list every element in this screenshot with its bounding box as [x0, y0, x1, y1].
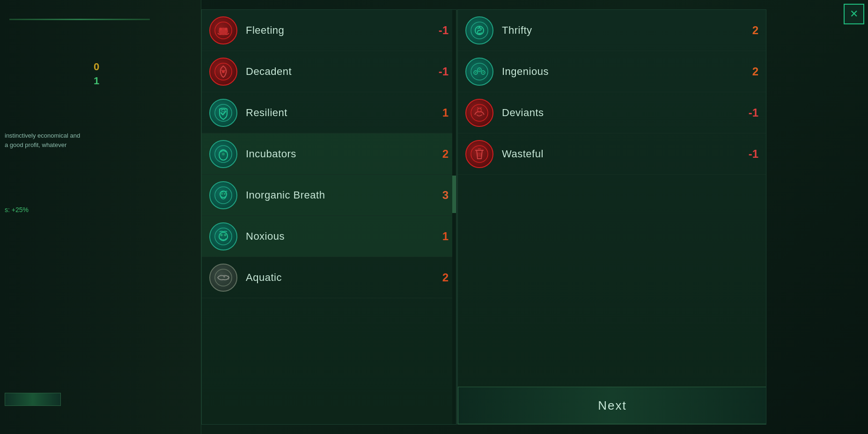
trait-row-incubators[interactable]: Incubators 2: [202, 133, 456, 175]
trait-row-deviants[interactable]: Deviants -1: [458, 92, 766, 133]
resilient-name: Resilient: [246, 107, 430, 119]
trait-row-fleeting[interactable]: Fleeting -1: [202, 10, 456, 51]
ingenious-icon: [465, 58, 493, 86]
wasteful-name: Wasteful: [502, 148, 740, 160]
svg-point-11: [215, 187, 232, 204]
svg-point-3: [225, 28, 228, 30]
svg-point-18: [224, 234, 227, 236]
traits-list-left: Fleeting -1 Decadent -1: [201, 9, 456, 425]
thrifty-value: 2: [740, 24, 758, 37]
next-button-label: Next: [598, 398, 626, 413]
noxious-icon: [209, 222, 237, 250]
svg-point-15: [215, 228, 232, 245]
next-button[interactable]: Next: [458, 387, 766, 424]
svg-point-20: [223, 276, 225, 278]
deviants-icon: [465, 99, 493, 127]
decadent-value: -1: [430, 65, 449, 78]
trait-row-aquatic[interactable]: Aquatic 2: [202, 257, 456, 298]
svg-point-28: [479, 69, 480, 70]
close-button[interactable]: ✕: [844, 4, 864, 24]
noxious-name: Noxious: [246, 230, 430, 243]
incubators-name: Incubators: [246, 148, 430, 160]
ingenious-name: Ingenious: [502, 66, 740, 78]
svg-point-30: [471, 104, 488, 121]
svg-point-17: [221, 234, 223, 236]
trait-row-ingenious[interactable]: Ingenious 2: [458, 51, 766, 92]
stat-zero: 0: [94, 61, 99, 73]
svg-point-14: [224, 193, 226, 195]
inorganic-breath-value: 3: [430, 189, 449, 202]
bottom-bar: [5, 393, 61, 406]
deviants-name: Deviants: [502, 107, 740, 119]
resilient-icon: [209, 99, 237, 127]
aquatic-name: Aquatic: [246, 272, 430, 284]
trait-row-resilient[interactable]: Resilient 1: [202, 92, 456, 133]
decadent-icon: [209, 58, 237, 86]
left-panel: 0 1 instinctively economical and a good …: [0, 0, 201, 434]
right-spacer: [766, 0, 868, 434]
description-text: instinctively economical and a good prof…: [5, 131, 183, 149]
main-content: Fleeting -1 Decadent -1: [201, 0, 868, 434]
noxious-value: 1: [430, 230, 449, 243]
svg-point-27: [475, 72, 477, 73]
inorganic-breath-name: Inorganic Breath: [246, 189, 430, 201]
inorganic-breath-icon: [209, 181, 237, 209]
thrifty-name: Thrifty: [502, 24, 740, 37]
svg-point-6: [215, 104, 232, 121]
svg-point-10: [222, 153, 225, 155]
scroll-thumb[interactable]: [452, 176, 456, 213]
trait-row-wasteful[interactable]: Wasteful -1: [458, 133, 766, 175]
decadent-name: Decadent: [246, 66, 430, 78]
thrifty-icon: [465, 16, 493, 44]
resilient-value: 1: [430, 106, 449, 119]
aquatic-value: 2: [430, 271, 449, 284]
svg-point-5: [222, 70, 225, 73]
trait-row-decadent[interactable]: Decadent -1: [202, 51, 456, 92]
progress-bar: [9, 19, 150, 20]
trait-row-noxious[interactable]: Noxious 1: [202, 216, 456, 257]
svg-point-13: [221, 193, 223, 195]
svg-point-2: [219, 28, 222, 30]
trait-row-thrifty[interactable]: Thrifty 2: [458, 10, 766, 51]
aquatic-icon: [209, 264, 237, 292]
scroll-track[interactable]: [452, 10, 456, 424]
stat-numbers: 0 1: [94, 61, 99, 87]
fleeting-value: -1: [430, 24, 449, 37]
trait-row-inorganic-breath[interactable]: Inorganic Breath 3: [202, 175, 456, 216]
fleeting-name: Fleeting: [246, 24, 430, 37]
bonus-text: s: +25%: [5, 206, 29, 213]
stat-one: 1: [94, 75, 99, 87]
traits-list-right: Thrifty 2 Ingenious 2: [457, 9, 766, 425]
deviants-value: -1: [740, 106, 758, 119]
svg-point-29: [483, 72, 484, 73]
fleeting-icon: [209, 16, 237, 44]
incubators-value: 2: [430, 147, 449, 161]
wasteful-icon: [465, 140, 493, 168]
wasteful-value: -1: [740, 147, 758, 161]
ingenious-value: 2: [740, 65, 758, 78]
incubators-icon: [209, 140, 237, 168]
